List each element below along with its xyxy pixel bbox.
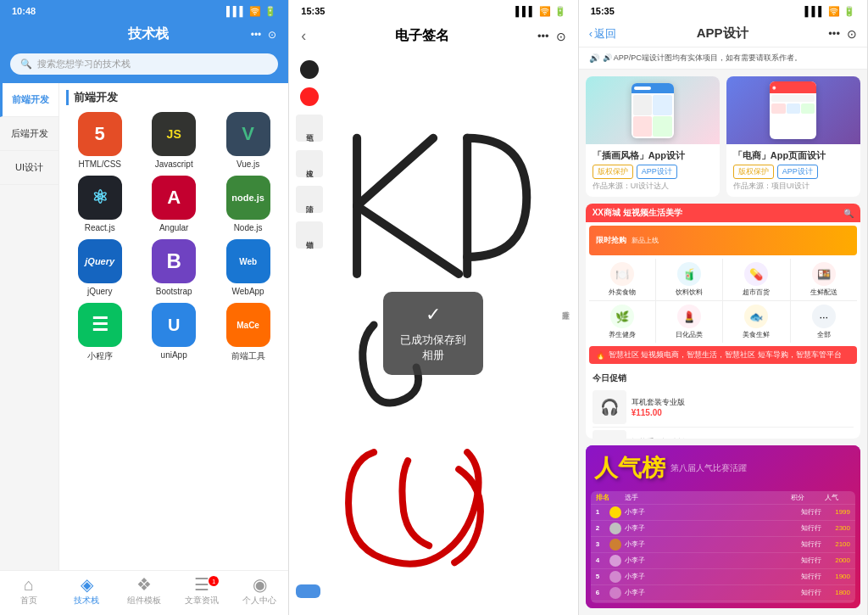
design-card-ecommerce[interactable]: ◉ 「电商」App页面设计 bbox=[726, 76, 860, 197]
tech-icon: ◈ bbox=[81, 576, 93, 593]
nav-icons-1[interactable]: ••• ⊙ bbox=[251, 29, 277, 41]
ranking-card-3: 人气榜 第八届人气比赛活躍 排名 选手 积分 人气 1 小李子 知行行 1999 bbox=[586, 445, 860, 608]
tab-article[interactable]: ☰ 文章资讯 1 bbox=[173, 576, 231, 607]
record-icon-2[interactable]: ⊙ bbox=[556, 30, 566, 43]
status-bar-1: 10:48 ▌▌▌ 🛜 🔋 bbox=[0, 0, 288, 20]
tab-tech[interactable]: ◈ 技术栈 bbox=[58, 576, 115, 607]
today-sale-section: 今日促销 🎧 耳机套装专业版 ¥115.00 ⌚ 智能手环运动版 ¥98.00 bbox=[586, 367, 860, 439]
tech-item-frontendtools[interactable]: MaCe 前端工具 bbox=[214, 303, 281, 362]
tech-item-react[interactable]: ⚛ React.js bbox=[66, 176, 133, 232]
tech-item-miniapp[interactable]: ☰ 小程序 bbox=[66, 303, 133, 362]
tech-item-angular[interactable]: A Angular bbox=[140, 176, 207, 232]
sale-item-img-0: 🎧 bbox=[593, 390, 626, 424]
ecom-cell-0[interactable]: 🍽️ 外卖食物 bbox=[589, 259, 655, 300]
ecom-cell-6[interactable]: 🐟 美食生鲜 bbox=[723, 301, 789, 343]
tech-item-uniapp[interactable]: U uniApp bbox=[140, 303, 207, 362]
notice-text-3: 🔊 APP/PC端设计图均有实体项目，如有需要请联系作者。 bbox=[603, 53, 802, 64]
article-badge: 1 bbox=[209, 576, 219, 586]
tag-copyright-1: 版权保护 bbox=[593, 165, 633, 179]
ecom-cell-4[interactable]: 🌿 养生健身 bbox=[589, 301, 655, 343]
sidebar-1: 前端开发 后端开发 UI设计 bbox=[0, 83, 59, 570]
drawing-area-2[interactable]: 画笔 橡皮 清除 撤销 ✓ 已成功保存到 相册 垂 bbox=[289, 52, 577, 615]
status-bar-3: 15:35 ▌▌▌ 🛜 🔋 bbox=[579, 0, 867, 20]
phone2-screen: 15:35 ▌▌▌ 🛜 🔋 ‹ 电子签名 ••• ⊙ 画笔 橡皮 清除 撤销 bbox=[289, 0, 578, 615]
status-time-3: 15:35 bbox=[591, 6, 615, 16]
sale-item-info-0: 耳机套装专业版 ¥115.00 bbox=[632, 397, 854, 417]
search-placeholder-1: 搜索您想学习的技术栈 bbox=[37, 58, 131, 70]
ranking-row-4[interactable]: 5 小李子 知行行 1900 bbox=[591, 569, 855, 585]
back-button-3[interactable]: ‹ 返回 bbox=[589, 26, 616, 42]
sidebar-item-ui[interactable]: UI设计 bbox=[0, 151, 58, 185]
notice-icon-3: 🔊 bbox=[589, 53, 599, 63]
tab-template[interactable]: ❖ 组件模板 bbox=[115, 576, 173, 607]
card-img-2: ◉ bbox=[726, 76, 860, 144]
sale-item-0[interactable]: 🎧 耳机套装专业版 ¥115.00 bbox=[593, 388, 854, 428]
record-icon-3[interactable]: ⊙ bbox=[847, 27, 857, 41]
tech-item-vue[interactable]: V Vue.js bbox=[214, 112, 281, 169]
battery-icon-1: 🔋 bbox=[264, 6, 276, 17]
tech-item-html[interactable]: 5 HTML/CSS bbox=[66, 112, 133, 169]
ranking-header-3: 人气榜 第八届人气比赛活躍 bbox=[586, 445, 860, 491]
status-bar-2: 15:35 ▌▌▌ 🛜 🔋 bbox=[289, 0, 577, 20]
ranking-subtitle-3: 第八届人气比赛活躍 bbox=[670, 462, 747, 474]
signal-icon-3: ▌▌▌ bbox=[805, 6, 825, 16]
card-img-1 bbox=[586, 76, 720, 144]
card-tags-1: 版权保护 APP设计 bbox=[593, 165, 713, 179]
tech-grid-1: 5 HTML/CSS JS Javascript V Vue.js bbox=[66, 112, 281, 362]
ranking-table-3: 排名 选手 积分 人气 1 小李子 知行行 1999 2 小李子 知行行 bbox=[591, 491, 855, 603]
ranking-row-1[interactable]: 2 小李子 知行行 2300 bbox=[591, 521, 855, 537]
tag-copyright-2: 版权保护 bbox=[733, 165, 774, 179]
ecom-card-3: XX商城 短视频生活美学 🔍 限时抢购 新品上线 🍽️ 外卖食物 🧃 饮料饮料 bbox=[586, 204, 860, 439]
nav-right-2: ••• ⊙ bbox=[537, 30, 566, 43]
ecom-cell-3[interactable]: 🍱 生鲜配送 bbox=[791, 259, 857, 300]
ecom-cell-2[interactable]: 💊 超市百货 bbox=[723, 259, 789, 300]
more-icon-3[interactable]: ••• bbox=[828, 27, 840, 41]
search-icon-ecom[interactable]: 🔍 bbox=[843, 209, 854, 218]
nav-bar-2: ‹ 电子签名 ••• ⊙ bbox=[289, 20, 577, 52]
sidebar-item-backend[interactable]: 后端开发 bbox=[0, 117, 58, 151]
sidebar-item-frontend[interactable]: 前端开发 bbox=[0, 83, 58, 117]
ecom-icon-4: 🌿 bbox=[610, 305, 634, 328]
design-card-illustration[interactable]: 「插画风格」App设计 版权保护 APP设计 作品来源：UI设计达人 bbox=[586, 76, 720, 197]
tech-item-jquery[interactable]: jQuery jQuery bbox=[66, 239, 133, 296]
ranking-row-6[interactable]: 7 小李子 知行行 1700 bbox=[591, 601, 855, 603]
more-icon-2[interactable]: ••• bbox=[537, 30, 549, 42]
vue-icon: V bbox=[226, 112, 270, 156]
tab-home[interactable]: ⌂ 首页 bbox=[0, 576, 58, 607]
tab-profile[interactable]: ◉ 个人中心 bbox=[231, 576, 288, 607]
ecom-cell-1[interactable]: 🧃 饮料饮料 bbox=[656, 259, 722, 300]
search-icon-1: 🔍 bbox=[20, 59, 32, 70]
notice-bar-3: 🔊 🔊 APP/PC端设计图均有实体项目，如有需要请联系作者。 bbox=[579, 48, 867, 70]
ranking-row-3[interactable]: 4 小李子 知行行 2000 bbox=[591, 553, 855, 569]
profile-icon: ◉ bbox=[253, 576, 267, 593]
back-icon-2[interactable]: ‹ bbox=[301, 27, 306, 45]
ecom-header-3: XX商城 短视频生活美学 🔍 bbox=[586, 204, 860, 222]
ranking-row-2[interactable]: 3 小李子 知行行 2100 bbox=[591, 537, 855, 553]
submit-button-2[interactable]: 提交 bbox=[296, 584, 320, 598]
ecom-cell-7[interactable]: ··· 全部 bbox=[791, 301, 857, 343]
ecom-promo-banner: 🔥 智慧社区 短视频电商，智慧生活，智慧社区 短车导购，智慧车管平台 bbox=[589, 346, 857, 364]
check-icon-2: ✓ bbox=[426, 304, 441, 326]
ranking-row-0[interactable]: 1 小李子 知行行 1999 bbox=[591, 505, 855, 521]
search-input-1[interactable]: 🔍 搜索您想学习的技术栈 bbox=[10, 53, 278, 75]
tech-item-bootstrap[interactable]: B Bootstrap bbox=[140, 239, 207, 296]
tech-item-node[interactable]: node.js Node.js bbox=[214, 176, 281, 232]
nav-bar-3: ‹ 返回 APP设计 ••• ⊙ bbox=[579, 20, 867, 48]
tech-item-js[interactable]: JS Javascript bbox=[140, 112, 207, 169]
ecom-banner: 限时抢购 新品上线 bbox=[589, 226, 857, 255]
status-time-1: 10:48 bbox=[12, 6, 36, 16]
tag-type-1: APP设计 bbox=[637, 165, 677, 179]
sale-item-1[interactable]: ⌚ 智能手环运动版 ¥98.00 bbox=[593, 428, 854, 439]
ranking-row-5[interactable]: 6 小李子 知行行 1800 bbox=[591, 585, 855, 601]
wifi-icon-3: 🛜 bbox=[828, 6, 840, 17]
record-icon-1[interactable]: ⊙ bbox=[268, 29, 276, 41]
ecom-cell-5[interactable]: 💄 日化品类 bbox=[656, 301, 722, 343]
section-title-1: 前端开发 bbox=[66, 90, 281, 105]
status-icons-1: ▌▌▌ 🛜 🔋 bbox=[226, 6, 276, 17]
template-icon: ❖ bbox=[136, 576, 152, 593]
phone1-screen: 10:48 ▌▌▌ 🛜 🔋 技术栈 ••• ⊙ 🔍 搜索您想学习的技术栈 前端开… bbox=[0, 0, 289, 615]
tech-item-webapp[interactable]: Web WebApp bbox=[214, 239, 281, 296]
more-icon-1[interactable]: ••• bbox=[251, 29, 262, 41]
home-icon: ⌂ bbox=[24, 576, 34, 593]
phone3-screen: 15:35 ▌▌▌ 🛜 🔋 ‹ 返回 APP设计 ••• ⊙ 🔊 🔊 APP/P… bbox=[579, 0, 868, 615]
